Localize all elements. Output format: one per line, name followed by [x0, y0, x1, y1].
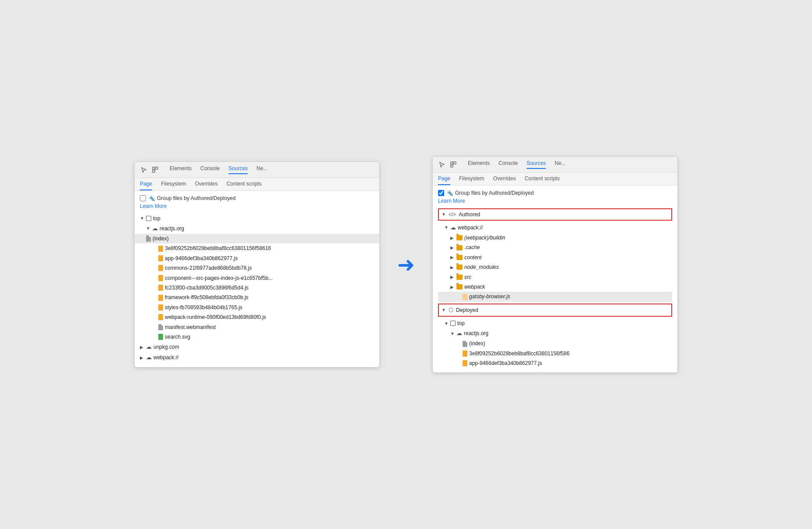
tree-item[interactable]: ▼ ☁ reactjs.org	[140, 223, 374, 234]
right-stab-content[interactable]: Content scripts	[524, 175, 559, 185]
folder-icon	[456, 255, 463, 260]
folder-top-icon	[450, 321, 456, 326]
file-icon	[158, 246, 163, 252]
left-checkbox-row[interactable]: 🔩 Group files by Authored/Deployed	[140, 195, 374, 201]
arrow-icon: ▼	[444, 224, 449, 231]
folder-icon	[456, 264, 463, 270]
inspect-icon[interactable]	[449, 161, 457, 168]
cursor-icon[interactable]	[140, 166, 148, 174]
tree-item[interactable]: framework-ff9c508ebfda0f33cb0b.js	[140, 293, 374, 302]
right-stab-filesystem[interactable]: Filesystem	[459, 175, 484, 185]
right-grouped-checkbox[interactable]	[438, 190, 444, 196]
file-icon	[463, 360, 467, 366]
tree-item[interactable]: ▶ .cache	[438, 243, 672, 252]
funnel-icon: 🔩	[149, 195, 155, 201]
left-devtools-bar: Elements Console Sources Ne...	[135, 162, 379, 178]
folder-top-icon	[146, 216, 151, 221]
tree-item[interactable]: ▼ top	[438, 318, 672, 328]
folder-icon	[456, 275, 463, 280]
tree-item[interactable]: webpack-runtime-090f00ed13bd69fd80f0.js	[140, 312, 374, 322]
arrow-icon: ▼	[442, 306, 446, 314]
tree-item[interactable]: ▼ ☁ webpack://	[438, 222, 672, 233]
deployed-section-header[interactable]: ▼ ⬡ Deployed	[438, 304, 672, 317]
folder-icon	[456, 235, 463, 240]
left-panel: Elements Console Sources Ne... Page File…	[134, 161, 380, 368]
right-tab-sources[interactable]: Sources	[527, 160, 546, 169]
tree-item[interactable]: ▶ node_modules	[438, 262, 672, 272]
right-learn-more[interactable]: Learn More	[438, 198, 672, 204]
left-panel-body: 🔩 Group files by Authored/Deployed Learn…	[135, 191, 379, 368]
tree-item[interactable]: ▼ top	[140, 214, 374, 223]
tree-item[interactable]: manifest.webmanifest	[140, 322, 374, 332]
svg-rect-0	[153, 167, 155, 169]
file-icon	[158, 304, 163, 311]
tree-item[interactable]: 3e8f09252b6028beb8baf8cc63801156f58616	[140, 243, 374, 253]
tree-item[interactable]: commons-21f8977ade868b5bdb78.js	[140, 263, 374, 273]
tree-item[interactable]: app-9466def3ba340b862977.js	[438, 358, 672, 368]
tree-item[interactable]: ▶ webpack	[438, 282, 672, 292]
svg-rect-3	[451, 162, 453, 164]
left-learn-more[interactable]: Learn More	[140, 203, 374, 209]
cloud-icon: ☁	[146, 353, 152, 362]
file-icon	[463, 350, 467, 357]
tree-item[interactable]: ▶ (webpack)/buildin	[438, 233, 672, 243]
left-grouped-checkbox[interactable]	[140, 195, 146, 201]
tree-item[interactable]: fc233f00-cba3d9005c3896f6d5d4.js	[140, 283, 374, 293]
folder-icon	[456, 284, 463, 290]
tree-item[interactable]: (index)	[135, 234, 379, 243]
left-stab-filesystem[interactable]: Filesystem	[161, 181, 186, 190]
arrow-icon: ▶	[450, 244, 455, 251]
left-tab-elements[interactable]: Elements	[170, 165, 192, 174]
left-stab-content[interactable]: Content scripts	[226, 181, 261, 190]
right-panel: Elements Console Sources Ne... Page File…	[432, 156, 678, 373]
file-icon	[463, 341, 467, 347]
left-sources-tabs: Page Filesystem Overrides Content script…	[135, 178, 379, 191]
right-stab-overrides[interactable]: Overrides	[493, 175, 516, 185]
tree-item[interactable]: gatsby-browser.js	[438, 292, 672, 301]
arrow-icon: ▶	[140, 354, 144, 361]
tree-item[interactable]: 3e8f09252b6028beb8baf8cc63801156f586	[438, 349, 672, 358]
tree-item[interactable]: ▶ ☁ webpack://	[140, 352, 374, 363]
left-tab-sources[interactable]: Sources	[228, 165, 248, 174]
left-tab-console[interactable]: Console	[200, 165, 220, 174]
file-icon	[158, 324, 163, 330]
tree-item[interactable]: app-9466def3ba340b862977.js	[140, 254, 374, 263]
folder-icon	[456, 245, 463, 250]
cursor-icon[interactable]	[438, 161, 446, 168]
tree-item[interactable]: ▶ content	[438, 253, 672, 262]
file-icon	[463, 294, 467, 300]
tree-item[interactable]: component---src-pages-index-js-e1c657bf5…	[140, 273, 374, 283]
code-icon: </>	[449, 210, 456, 219]
authored-section-header[interactable]: ▼ </> Authored	[438, 208, 672, 221]
arrow-icon: ▶	[450, 234, 455, 242]
left-stab-overrides[interactable]: Overrides	[195, 181, 217, 190]
right-file-tree: ▼ </> Authored ▼ ☁ webpack:// ▶ (webpack…	[438, 208, 672, 368]
arrow-icon: ▶	[140, 343, 144, 351]
right-stab-page[interactable]: Page	[438, 175, 450, 185]
arrow-icon: ▼	[146, 225, 150, 232]
file-icon	[158, 334, 163, 340]
right-checkbox-row[interactable]: 🔩 Group files by Authored/Deployed	[438, 190, 672, 196]
arrow-icon: ▶	[450, 254, 455, 261]
file-icon	[158, 285, 163, 291]
cloud-icon: ☁	[456, 329, 462, 338]
arrow-icon: ▼	[444, 320, 449, 327]
cloud-icon: ☁	[146, 342, 152, 352]
tree-item[interactable]: (index)	[438, 339, 672, 348]
tree-item[interactable]: styles-fb708593b484b04b1765.js	[140, 303, 374, 312]
left-tab-network[interactable]: Ne...	[256, 165, 267, 174]
tree-item[interactable]: ▶ src	[438, 272, 672, 282]
right-tab-console[interactable]: Console	[499, 160, 518, 169]
file-icon	[158, 314, 163, 320]
cloud-icon: ☁	[152, 224, 158, 233]
inspect-icon[interactable]	[151, 166, 159, 174]
left-devtools-tabs: Elements Console Sources Ne...	[170, 165, 267, 174]
right-tab-elements[interactable]: Elements	[468, 160, 490, 169]
right-tab-network[interactable]: Ne...	[555, 160, 566, 169]
tree-item[interactable]: ▶ ☁ unpkg.com	[140, 342, 374, 352]
arrow-icon: ▶	[450, 264, 455, 271]
tree-item[interactable]: search.svg	[140, 332, 374, 342]
left-stab-page[interactable]: Page	[140, 181, 152, 190]
tree-item[interactable]: ▼ ☁ reactjs.org	[438, 328, 672, 339]
blue-arrow: ➜	[397, 252, 415, 277]
